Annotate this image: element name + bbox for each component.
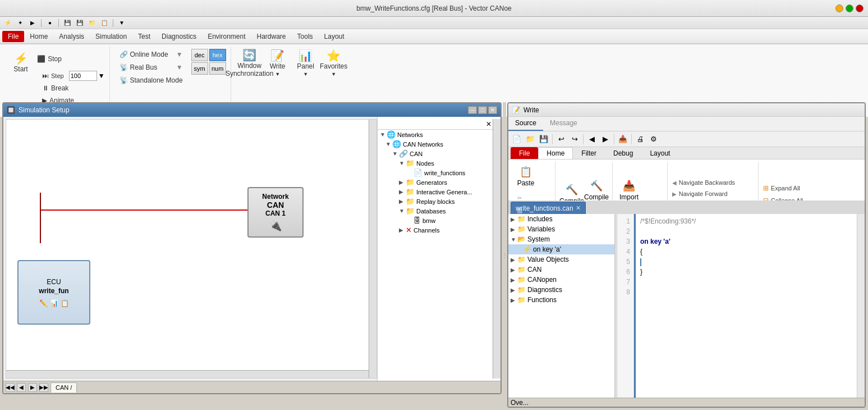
outline-item-canopen[interactable]: ▶ 📁 CANopen — [508, 275, 614, 285]
qat-save2[interactable]: 💾 — [74, 18, 85, 28]
tab-can[interactable]: CAN / — [50, 382, 77, 393]
break-button[interactable]: ⏸ Break — [38, 83, 105, 94]
canvas-scrollbar-v[interactable] — [369, 120, 376, 378]
minimize-button[interactable] — [835, 4, 843, 12]
sim-minimize-button[interactable]: — — [468, 106, 477, 114]
tree-item-generators[interactable]: ▶ 📁 Generators — [378, 177, 493, 187]
sim-maximize-button[interactable]: □ — [478, 106, 487, 114]
wt-redo-icon[interactable]: ↪ — [568, 133, 581, 145]
close-button[interactable] — [856, 4, 864, 12]
tab-nav-prev1[interactable]: ◀◀ — [6, 383, 15, 392]
menu-file[interactable]: File — [2, 31, 24, 42]
sym-button[interactable]: sym — [191, 62, 208, 75]
menu-test[interactable]: Test — [132, 31, 156, 42]
paste-button[interactable]: 📋 Paste — [514, 162, 538, 191]
qat-lightning[interactable]: ⚡ — [2, 18, 13, 28]
write-tab-filter[interactable]: Filter — [573, 147, 605, 159]
qat-dropdown[interactable]: ▼ — [116, 18, 127, 28]
menu-simulation[interactable]: Simulation — [90, 31, 132, 42]
canvas-scrollbar-h[interactable] — [6, 370, 369, 378]
qat-circle[interactable]: ● — [44, 18, 56, 28]
tree-item-interactive[interactable]: ▶ 📁 Interactive Genera... — [378, 187, 493, 197]
tab-nav-next1[interactable]: ▶ — [28, 383, 37, 392]
wt-save-icon[interactable]: 💾 — [538, 133, 550, 145]
step-button[interactable]: ⏭ Step — [38, 70, 68, 81]
write-tab-layout[interactable]: Layout — [641, 147, 678, 159]
expand-all-label[interactable]: Expand All — [771, 185, 800, 192]
outline-item-onkey[interactable]: ⚡ on key 'a' — [508, 244, 614, 254]
num-button[interactable]: num — [209, 62, 226, 75]
code-scrollbar-v[interactable] — [857, 214, 865, 398]
tree-item-can[interactable]: ▼ 🔗 CAN — [378, 149, 493, 158]
qat-play[interactable]: ▶ — [27, 18, 38, 28]
wt-nav-back-icon[interactable]: ◀ — [586, 133, 598, 145]
wt-undo-icon[interactable]: ↩ — [555, 133, 567, 145]
wt-print-icon[interactable]: 🖨 — [634, 133, 646, 145]
tab-source[interactable]: Source — [508, 117, 543, 131]
code-line-6: } — [640, 267, 852, 277]
tree-item-databases[interactable]: ▼ 📁 Databases — [378, 206, 493, 216]
file-tab-close-button[interactable]: ✕ — [576, 204, 581, 212]
wt-import-icon[interactable]: 📥 — [617, 133, 629, 145]
menu-analysis[interactable]: Analysis — [53, 31, 90, 42]
real-bus-button[interactable]: 📡 Real Bus ▼ — [116, 62, 187, 73]
panel-button[interactable]: 📊 Panel ▼ — [293, 47, 319, 80]
hex-button[interactable]: hex — [209, 49, 226, 61]
menu-layout[interactable]: Layout — [319, 31, 350, 42]
tree-item-can-networks[interactable]: ▼ 🌐 CAN Networks — [378, 139, 493, 149]
menu-hardware[interactable]: Hardware — [251, 31, 292, 42]
outline-item-system[interactable]: ▼ 📂 System — [508, 234, 614, 244]
menu-diagnostics[interactable]: Diagnostics — [156, 31, 202, 42]
write-button[interactable]: 📝 Write ▼ — [265, 47, 291, 80]
menu-home[interactable]: Home — [24, 31, 53, 42]
tree-scrollbar[interactable] — [493, 119, 500, 379]
qat-folder[interactable]: 📁 — [86, 18, 98, 28]
copy-button[interactable]: 📄 — [514, 204, 525, 216]
qat-copy[interactable]: 📋 — [99, 18, 110, 28]
outline-item-includes[interactable]: ▶ 📁 Includes — [508, 214, 614, 224]
step-dropdown[interactable]: ▼ — [98, 72, 105, 80]
tab-nav-next2[interactable]: ▶▶ — [39, 383, 48, 392]
tree-item-replay[interactable]: ▶ 📁 Replay blocks — [378, 197, 493, 206]
favorites-button[interactable]: ⭐ Favorites ▼ — [321, 47, 347, 80]
sim-close-button[interactable]: ✕ — [488, 106, 497, 114]
outline-item-value-objects[interactable]: ▶ 📁 Value Objects — [508, 254, 614, 265]
tree-item-nodes[interactable]: ▼ 📁 Nodes — [378, 158, 493, 168]
navigate-forward-label[interactable]: Navigate Forward — [679, 190, 728, 197]
dec-button[interactable]: dec — [191, 49, 208, 61]
tree-item-channels[interactable]: ▶ ✕ Channels — [378, 225, 493, 235]
outline-item-variables[interactable]: ▶ 📁 Variables — [508, 224, 614, 234]
standalone-mode-button[interactable]: 📡 Standalone Mode — [116, 75, 187, 86]
vertical-resize-handle[interactable]: ⋮ — [503, 102, 506, 408]
stop-button[interactable]: ⬛ Stop — [38, 49, 61, 69]
tree-item-networks[interactable]: ▼ 🌐 Networks — [378, 130, 493, 139]
window-sync-button[interactable]: 🔄 WindowSynchronization — [237, 47, 263, 80]
tree-close-button[interactable]: ✕ — [486, 120, 492, 128]
wt-nav-fwd-icon[interactable]: ▶ — [599, 133, 612, 145]
maximize-button[interactable] — [846, 4, 853, 12]
navigate-backwards-label[interactable]: Navigate Backwards — [679, 179, 735, 186]
menu-tools[interactable]: Tools — [292, 31, 319, 42]
start-button[interactable]: ⚡ Start — [8, 49, 34, 77]
write-tab-file[interactable]: File — [511, 147, 538, 159]
outline-item-functions[interactable]: ▶ 📁 Functions — [508, 295, 614, 305]
tab-message[interactable]: Message — [543, 117, 584, 131]
tree-item-bmw[interactable]: 🗄 bmw — [378, 216, 493, 225]
wt-folder-icon[interactable]: 📁 — [524, 133, 536, 145]
online-mode-button[interactable]: 🔗 Online Mode ▼ — [116, 49, 187, 60]
tree-item-write-functions[interactable]: 📄 write_functions — [378, 168, 493, 177]
wt-sep-1 — [552, 134, 553, 144]
code-area[interactable]: /*$!Encoding:936*/ on key 'a' { } — [636, 214, 857, 398]
qat-save1[interactable]: 💾 — [62, 18, 73, 28]
write-tab-home[interactable]: Home — [538, 147, 573, 159]
step-input[interactable] — [69, 71, 97, 81]
write-tab-debug[interactable]: Debug — [605, 147, 641, 159]
cut-button[interactable]: ✂ — [514, 192, 525, 203]
wt-settings-icon[interactable]: ⚙ — [647, 133, 660, 145]
outline-item-can[interactable]: ▶ 📁 CAN — [508, 265, 614, 275]
qat-star[interactable]: ✦ — [15, 18, 26, 28]
wt-file-icon[interactable]: 📄 — [511, 133, 523, 145]
outline-item-diagnostics[interactable]: ▶ 📁 Diagnostics — [508, 285, 614, 295]
tab-nav-prev2[interactable]: ◀ — [17, 383, 26, 392]
menu-environment[interactable]: Environment — [202, 31, 251, 42]
